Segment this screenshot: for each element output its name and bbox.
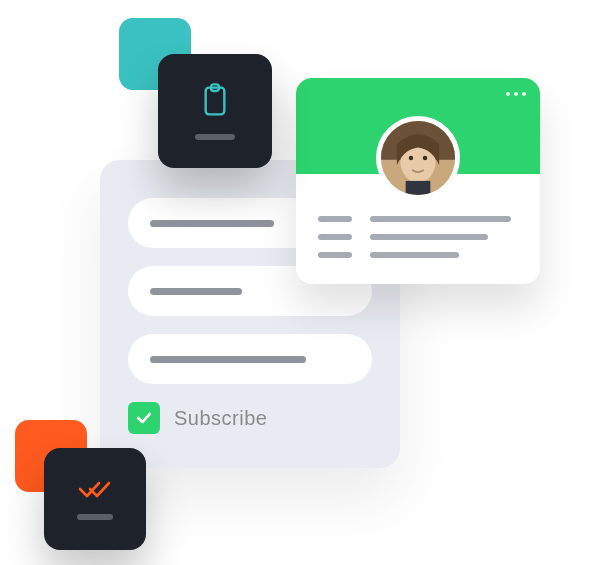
text-input-3[interactable] bbox=[128, 334, 372, 384]
svg-point-4 bbox=[423, 156, 427, 160]
subscribe-checkbox[interactable] bbox=[128, 402, 160, 434]
info-value-3 bbox=[370, 252, 459, 258]
subscribe-label: Subscribe bbox=[174, 407, 267, 430]
profile-card bbox=[296, 78, 540, 284]
subscribe-row: Subscribe bbox=[128, 402, 372, 434]
placeholder-line bbox=[150, 288, 242, 295]
placeholder-line bbox=[150, 356, 306, 363]
clipboard-tile[interactable] bbox=[158, 54, 272, 168]
info-label-3 bbox=[318, 252, 352, 258]
profile-header bbox=[296, 78, 540, 174]
placeholder-line bbox=[150, 220, 274, 227]
avatar-image bbox=[381, 121, 455, 195]
info-label-1 bbox=[318, 216, 352, 222]
tile-label-placeholder bbox=[195, 134, 235, 140]
info-value-2 bbox=[370, 234, 488, 240]
info-value-1 bbox=[370, 216, 511, 222]
info-label-2 bbox=[318, 234, 352, 240]
svg-rect-5 bbox=[406, 181, 431, 195]
avatar[interactable] bbox=[376, 116, 460, 200]
double-check-tile[interactable] bbox=[44, 448, 146, 550]
check-icon bbox=[134, 408, 154, 428]
tile-label-placeholder bbox=[77, 514, 113, 520]
double-check-icon bbox=[77, 478, 113, 500]
profile-info-lines bbox=[318, 216, 518, 258]
svg-point-3 bbox=[409, 156, 413, 160]
more-horizontal-icon[interactable] bbox=[506, 92, 526, 96]
clipboard-icon bbox=[199, 82, 231, 120]
